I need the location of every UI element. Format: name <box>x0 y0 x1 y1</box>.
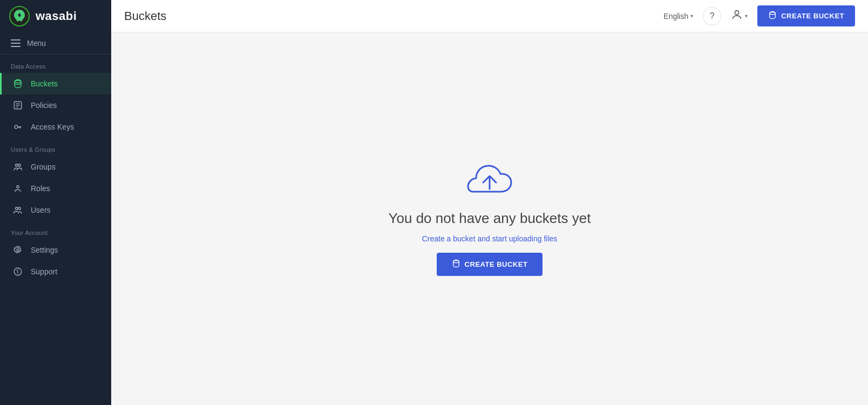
sidebar-item-users[interactable]: Users <box>0 199 111 221</box>
sidebar-item-policies[interactable]: Policies <box>0 94 111 116</box>
access-keys-icon <box>12 122 23 132</box>
empty-state: You do not have any buckets yet Create a… <box>389 162 591 276</box>
bucket-icon-top <box>768 11 777 21</box>
sidebar-item-support-label: Support <box>31 267 57 276</box>
svg-point-14 <box>17 273 18 274</box>
help-icon: ? <box>710 11 715 21</box>
sidebar-item-policies-label: Policies <box>31 101 57 110</box>
topbar: Buckets English ▾ ? ▾ <box>111 0 868 32</box>
logo: wasabi <box>0 0 111 32</box>
svg-point-7 <box>16 164 18 167</box>
chevron-down-icon: ▾ <box>690 13 693 19</box>
create-bucket-top-button[interactable]: CREATE BUCKET <box>757 5 855 26</box>
help-button[interactable]: ? <box>703 7 721 25</box>
sidebar-item-groups-label: Groups <box>31 163 56 171</box>
content-area: You do not have any buckets yet Create a… <box>111 32 868 405</box>
wasabi-logo-icon <box>9 5 30 27</box>
section-label-users-groups: Users & Groups <box>0 138 111 156</box>
svg-point-6 <box>15 125 18 129</box>
sidebar-item-access-keys-label: Access Keys <box>31 123 74 131</box>
user-chevron-down-icon: ▾ <box>745 13 748 19</box>
svg-point-18 <box>453 260 459 262</box>
sidebar: wasabi Menu Data Access Buckets P <box>0 0 111 405</box>
sidebar-item-buckets[interactable]: Buckets <box>0 73 111 94</box>
users-icon <box>12 205 23 215</box>
user-icon <box>731 9 743 23</box>
svg-point-12 <box>17 249 19 252</box>
empty-subtitle: Create a bucket and start uploading file… <box>422 234 558 243</box>
svg-point-1 <box>15 80 21 83</box>
sidebar-item-roles-label: Roles <box>31 184 50 193</box>
svg-point-8 <box>18 164 21 167</box>
bucket-icon <box>12 78 23 89</box>
section-label-your-account: Your Account <box>0 221 111 239</box>
sidebar-item-access-keys[interactable]: Access Keys <box>0 116 111 138</box>
sidebar-item-groups[interactable]: Groups <box>0 156 111 178</box>
roles-icon <box>12 183 23 194</box>
empty-title: You do not have any buckets yet <box>389 210 591 227</box>
support-icon <box>12 266 23 277</box>
svg-point-16 <box>770 12 776 15</box>
svg-point-15 <box>735 11 739 15</box>
svg-point-10 <box>16 207 18 210</box>
menu-toggle-label: Menu <box>27 39 46 48</box>
language-label: English <box>663 12 688 21</box>
topbar-right: English ▾ ? ▾ <box>659 5 855 26</box>
settings-icon <box>12 245 23 255</box>
create-bucket-top-label: CREATE BUCKET <box>781 12 844 20</box>
create-bucket-center-button[interactable]: CREATE BUCKET <box>437 253 543 276</box>
sidebar-item-users-label: Users <box>31 206 51 214</box>
cloud-upload-illustration <box>465 162 514 202</box>
sidebar-item-support[interactable]: Support <box>0 261 111 282</box>
sidebar-item-buckets-label: Buckets <box>31 79 58 88</box>
page-title: Buckets <box>124 9 166 23</box>
main-content: Buckets English ▾ ? ▾ <box>111 0 868 405</box>
policies-icon <box>12 100 23 111</box>
groups-icon <box>12 161 23 172</box>
svg-point-11 <box>18 207 21 210</box>
svg-point-9 <box>17 186 19 188</box>
logo-text: wasabi <box>36 9 77 23</box>
sidebar-item-settings[interactable]: Settings <box>0 239 111 261</box>
menu-toggle[interactable]: Menu <box>0 32 111 55</box>
sidebar-item-settings-label: Settings <box>31 246 58 254</box>
language-selector[interactable]: English ▾ <box>659 9 697 24</box>
section-label-data-access: Data Access <box>0 55 111 73</box>
hamburger-icon <box>11 39 21 47</box>
sidebar-item-roles[interactable]: Roles <box>0 178 111 199</box>
bucket-icon-center <box>452 259 460 269</box>
create-bucket-center-label: CREATE BUCKET <box>465 260 528 268</box>
user-menu-button[interactable]: ▾ <box>727 5 752 26</box>
